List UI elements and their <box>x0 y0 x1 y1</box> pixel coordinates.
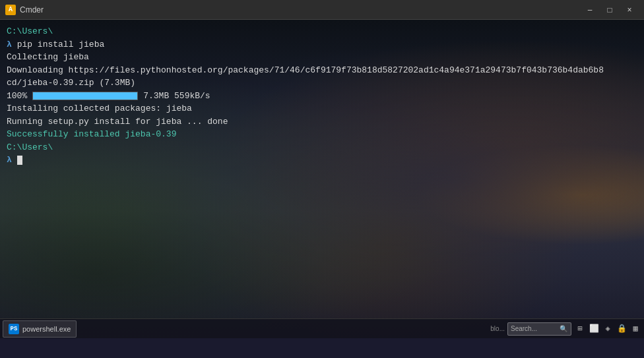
tray-icon-4[interactable]: 🔒 <box>616 323 628 335</box>
line-3: Collecting jieba <box>7 51 637 64</box>
window-controls: – □ × <box>581 3 639 16</box>
search-placeholder: Search... <box>511 325 557 332</box>
success-message: Successfully installed jieba-0.39 <box>7 129 176 139</box>
output-3: cd/jieba-0.39.zip (7.3MB) <box>7 78 135 88</box>
terminal-area: C:\Users\ λ pip install jieba Collecting… <box>0 20 644 338</box>
output-2: Downloading https://files.pythonhosted.o… <box>7 65 604 75</box>
terminal-output[interactable]: C:\Users\ λ pip install jieba Collecting… <box>0 20 644 318</box>
line-8: Successfully installed jieba-0.39 <box>7 128 637 141</box>
output-5: Running setup.py install for jieba ... d… <box>7 117 228 127</box>
close-button[interactable]: × <box>620 3 639 16</box>
maximize-button[interactable]: □ <box>600 3 619 16</box>
cursor <box>17 156 22 165</box>
app-icon: A <box>5 5 16 15</box>
tray-icon-5[interactable]: ▦ <box>629 323 641 335</box>
tray-icon-3[interactable]: ◈ <box>602 323 614 335</box>
search-icon[interactable]: 🔍 <box>559 324 568 334</box>
cmd-1: pip install jieba <box>17 40 105 49</box>
progress-bar-container <box>32 92 138 100</box>
output-1: Collecting jieba <box>7 52 89 62</box>
progress-bar-fill <box>33 92 137 100</box>
line-5: cd/jieba-0.39.zip (7.3MB) <box>7 76 637 90</box>
progress-line: 100% 7.3MB 559kB/s <box>7 90 637 103</box>
taskbar-app-icon: PS <box>9 324 19 334</box>
line-1: C:\Users\ <box>7 25 637 38</box>
title-bar: A Cmder – □ × <box>0 0 644 20</box>
line-6: Installing collected packages: jieba <box>7 102 637 115</box>
taskbar-app-item[interactable]: PS powershell.exe <box>3 320 77 338</box>
path-1: C:\Users\ <box>7 26 53 36</box>
taskbar-url-hint: blo... <box>490 325 505 332</box>
output-4: Installing collected packages: jieba <box>7 104 192 113</box>
line-9: C:\Users\ <box>7 141 637 154</box>
taskbar-right: blo... Search... 🔍 ⊞ ⬜ ◈ 🔒 ▦ <box>490 322 641 336</box>
tray-icon-2[interactable]: ⬜ <box>588 323 600 335</box>
window-title: Cmder <box>20 5 581 15</box>
search-box[interactable]: Search... 🔍 <box>507 322 571 336</box>
line-10: λ <box>7 154 637 167</box>
tray-icons: ⊞ ⬜ ◈ 🔒 ▦ <box>574 323 641 335</box>
line-2: λ pip install jieba <box>7 38 637 51</box>
line-7: Running setup.py install for jieba ... d… <box>7 115 637 129</box>
lambda-2: λ <box>7 155 12 165</box>
minimize-button[interactable]: – <box>581 3 599 16</box>
lambda-1: λ <box>7 40 12 49</box>
progress-stats: 7.3MB 559kB/s <box>143 90 210 103</box>
progress-percent: 100% <box>7 90 27 103</box>
path-2: C:\Users\ <box>7 142 53 152</box>
taskbar-app-label: powershell.exe <box>22 325 71 333</box>
tray-icon-1[interactable]: ⊞ <box>574 323 586 335</box>
taskbar: PS powershell.exe blo... Search... 🔍 ⊞ ⬜… <box>0 318 644 338</box>
line-4: Downloading https://files.pythonhosted.o… <box>7 64 637 77</box>
